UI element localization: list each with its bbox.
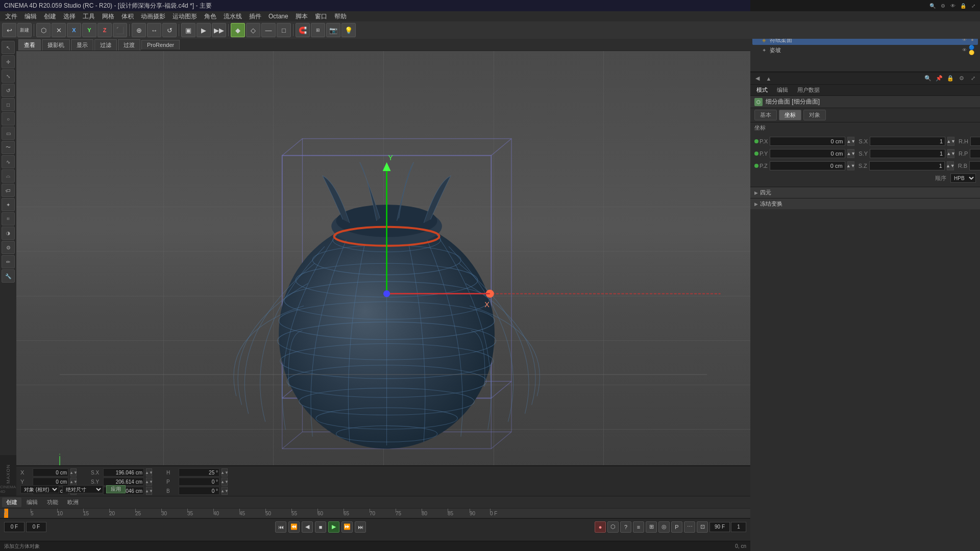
menu-window[interactable]: 窗口: [312, 11, 330, 22]
btn-skip-end[interactable]: ⏭: [355, 521, 366, 533]
lock-icon-right[interactable]: 🔒: [959, 1, 968, 10]
vp-tab-view[interactable]: 查看: [18, 39, 41, 51]
coord-input-sz[interactable]: [869, 161, 945, 170]
bc-input-x[interactable]: [33, 468, 68, 477]
axis-y-btn[interactable]: Y: [82, 23, 96, 37]
coord-arrow-px[interactable]: ▲▼: [847, 137, 854, 146]
btn-timeline1[interactable]: ≡: [633, 521, 644, 533]
menu-mograph[interactable]: 运动图形: [169, 11, 200, 22]
render-active-btn[interactable]: ▶▶: [212, 23, 226, 37]
lt-spline[interactable]: 〜: [2, 141, 15, 154]
close-view-btn[interactable]: ✕: [52, 23, 66, 37]
lt-move[interactable]: ✛: [2, 55, 15, 68]
undo-btn[interactable]: ↩: [2, 23, 16, 37]
grid-btn[interactable]: ⊞: [311, 23, 325, 37]
lt-deform[interactable]: ⌓: [2, 169, 15, 183]
menu-octane[interactable]: Octane: [265, 12, 291, 21]
coord-input-py[interactable]: [770, 149, 845, 158]
vp-tab-camera[interactable]: 摄影机: [42, 39, 70, 51]
lt-light2[interactable]: ✦: [2, 198, 15, 211]
snap-btn[interactable]: 🧲: [296, 23, 310, 37]
settings-icon-right[interactable]: ⚙: [938, 1, 947, 10]
coord-input-sy[interactable]: [870, 149, 945, 158]
btn-timeline2[interactable]: ⊞: [646, 521, 657, 533]
btn-play[interactable]: ▶: [328, 521, 339, 533]
new-btn[interactable]: 新建: [17, 23, 32, 37]
tl-tab-create[interactable]: 创建: [2, 497, 21, 507]
attr-mode-basic[interactable]: 基本: [754, 110, 777, 120]
main-viewport[interactable]: 查看 摄影机 显示 过滤 过渡 ProRender ⊕ ↓ ⟳ ▣ 透视视图: [16, 39, 750, 496]
coord-input-rb[interactable]: [969, 161, 980, 170]
attr-pin-icon[interactable]: 📌: [934, 73, 944, 84]
lt-misc[interactable]: ⚙: [2, 241, 15, 254]
vp-tab-display[interactable]: 显示: [71, 39, 93, 51]
btn-play-back[interactable]: ◀: [302, 521, 313, 533]
vp-tab-prorender[interactable]: ProRender: [141, 40, 180, 49]
axis-z-btn[interactable]: Z: [97, 23, 112, 37]
component-mode-btn[interactable]: ◇: [246, 23, 260, 37]
select-all-btn[interactable]: ⬡: [36, 23, 51, 37]
attr-settings-icon[interactable]: ⚙: [957, 73, 967, 84]
menu-character[interactable]: 角色: [201, 11, 219, 22]
menu-file[interactable]: 文件: [2, 11, 20, 22]
lt-select[interactable]: ↖: [2, 41, 15, 54]
frame-current-input[interactable]: [26, 522, 46, 532]
scale-btn[interactable]: ↔: [147, 23, 161, 37]
menu-pipeline[interactable]: 流水线: [220, 11, 245, 22]
attr-tab-mode[interactable]: 模式: [752, 85, 772, 95]
bc-rot-h[interactable]: [179, 468, 219, 477]
btn-skip-start[interactable]: ⏮: [275, 521, 286, 533]
coord-arrow-sx[interactable]: ▲▼: [947, 137, 954, 146]
attr-tab-userdata[interactable]: 用户数据: [793, 85, 824, 95]
btn-step-fwd[interactable]: ⏩: [341, 521, 353, 533]
attr-mode-object[interactable]: 对象: [803, 110, 826, 120]
attr-expand-icon[interactable]: ⤢: [968, 73, 978, 84]
rotate-btn[interactable]: ↺: [162, 23, 177, 37]
lt-materials[interactable]: ◑: [2, 227, 15, 240]
btn-timeline5[interactable]: ⋯: [684, 521, 695, 533]
frame-start-input[interactable]: [4, 522, 24, 532]
attr-lock-icon[interactable]: 🔒: [945, 73, 955, 84]
bc-btn-h[interactable]: ▲▼: [222, 468, 228, 477]
apply-button[interactable]: 应用: [106, 485, 126, 493]
btn-record[interactable]: ●: [595, 521, 606, 533]
lt-nurbs[interactable]: ∿: [2, 155, 15, 168]
render-region-btn[interactable]: ▣: [181, 23, 195, 37]
btn-timeline3[interactable]: ◎: [658, 521, 670, 533]
menu-help[interactable]: 帮助: [331, 11, 350, 22]
eye-icon-right[interactable]: 👁: [948, 1, 958, 10]
bc-btn-x[interactable]: ▲▼: [70, 468, 77, 477]
menu-mesh[interactable]: 网格: [99, 11, 117, 22]
object-mode-btn[interactable]: ◆: [231, 23, 245, 37]
menu-volume[interactable]: 体积: [118, 11, 137, 22]
vp-tab-trans[interactable]: 过渡: [118, 39, 140, 51]
menu-select[interactable]: 选择: [60, 11, 79, 22]
search-icon-right[interactable]: 🔍: [928, 1, 937, 10]
frame-step-input[interactable]: [731, 522, 746, 532]
frame-end-input[interactable]: [709, 522, 730, 532]
light-btn[interactable]: 💡: [341, 23, 356, 37]
coord-input-rp[interactable]: [970, 149, 980, 158]
lt-plane[interactable]: ▭: [2, 127, 15, 140]
attr-search-icon[interactable]: 🔍: [923, 73, 933, 84]
lt-sphere[interactable]: ○: [2, 112, 15, 126]
lt-camera2[interactable]: ⌗: [2, 212, 15, 226]
menu-script[interactable]: 脚本: [292, 11, 311, 22]
section-freeze-transform[interactable]: ▶ 冻结变换: [750, 198, 980, 209]
coord-input-pz[interactable]: [770, 161, 845, 170]
bc-btn-sx[interactable]: ▲▼: [146, 468, 152, 477]
tl-tab-edit[interactable]: 编辑: [22, 497, 42, 507]
attr-tab-edit[interactable]: 编辑: [773, 85, 792, 95]
size-mode-select[interactable]: 绝对尺寸: [62, 485, 103, 493]
coord-input-rh[interactable]: [970, 137, 980, 146]
tl-tab-eu[interactable]: 欧洲: [63, 497, 83, 507]
move-btn[interactable]: ⊕: [132, 23, 146, 37]
lt-brush[interactable]: ✏: [2, 255, 15, 268]
btn-timeline6[interactable]: ⊡: [697, 521, 708, 533]
lt-sculpt[interactable]: 🔧: [2, 269, 15, 283]
viewport-canvas[interactable]: X Y Y X Z 网格距离: 100 cm: [16, 51, 750, 496]
btn-timeline4[interactable]: P: [671, 521, 682, 533]
edge-mode-btn[interactable]: —: [261, 23, 276, 37]
poly-mode-btn[interactable]: □: [277, 23, 291, 37]
coord-arrow-pz[interactable]: ▲▼: [847, 161, 854, 170]
